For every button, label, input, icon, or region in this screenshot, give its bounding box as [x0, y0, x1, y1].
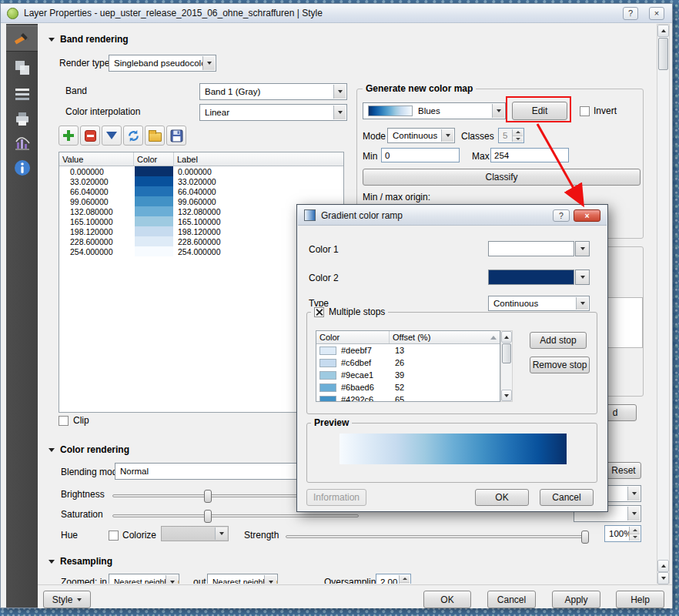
- information-button[interactable]: Information: [306, 489, 366, 506]
- color2-picker[interactable]: [488, 270, 590, 285]
- row-color-cell: [134, 206, 174, 216]
- scrollbar-secondary-up-button[interactable]: [657, 560, 669, 572]
- row-color-cell: [134, 196, 174, 206]
- band-value: Band 1 (Gray): [205, 87, 260, 96]
- stop-row[interactable]: #6baed6 52: [316, 381, 500, 393]
- add-stop-button[interactable]: Add stop: [530, 332, 587, 349]
- gradient-dialog-help-button[interactable]: ?: [553, 209, 570, 222]
- spinner-buttons[interactable]: [399, 575, 410, 584]
- classify-button[interactable]: Classify: [363, 169, 641, 186]
- blending-mode-value: Normal: [120, 467, 149, 476]
- window-help-button[interactable]: ?: [623, 7, 638, 20]
- sidebar-tab-colormap[interactable]: [6, 81, 38, 107]
- render-type-select[interactable]: Singleband pseudocolor: [109, 55, 216, 72]
- zoomed-in-select[interactable]: Nearest neighbour: [109, 574, 179, 584]
- color-interpolation-select[interactable]: Linear: [199, 104, 347, 121]
- classes-spinner[interactable]: 5: [498, 128, 524, 143]
- color-swatch: [135, 196, 173, 206]
- save-color-map-button[interactable]: [166, 126, 186, 146]
- min-input[interactable]: [381, 148, 460, 162]
- sidebar-tab-pyramids[interactable]: [6, 105, 38, 132]
- stops-table[interactable]: Color Offset (%) #deebf7 13 #c6dbef 26 #…: [316, 330, 500, 402]
- cancel-button[interactable]: Cancel: [487, 591, 536, 608]
- stops-scroll-up-button[interactable]: [501, 331, 512, 343]
- color-rendering-section-header[interactable]: Color rendering: [48, 444, 129, 455]
- chevron-down-icon: [202, 56, 215, 70]
- sidebar-tab-style[interactable]: [6, 25, 38, 52]
- add-entry-button[interactable]: [59, 126, 79, 146]
- sidebar-tab-histogram[interactable]: [6, 130, 38, 156]
- gradient-dialog-titlebar[interactable]: Gradient color ramp ? ×: [298, 206, 607, 226]
- strength-slider[interactable]: [286, 535, 587, 538]
- mode-select[interactable]: Continuous: [387, 128, 455, 143]
- stop-row[interactable]: #c6dbef 26: [316, 357, 500, 369]
- band-select[interactable]: Band 1 (Gray): [199, 83, 347, 100]
- help-button[interactable]: Help: [616, 591, 664, 608]
- stops-scroll-down-button[interactable]: [501, 390, 512, 401]
- invert-checkbox[interactable]: [580, 106, 590, 116]
- table-row[interactable]: 33.020000 33.020000: [59, 176, 343, 186]
- refresh-color-map-button[interactable]: [123, 126, 143, 146]
- dialog-ok-button[interactable]: OK: [475, 489, 529, 506]
- table-row[interactable]: 0.000000 0.000000: [59, 166, 343, 176]
- apply-button[interactable]: Apply: [552, 591, 600, 608]
- window-titlebar[interactable]: Layer Properties - uep_uster_release_201…: [1, 4, 672, 23]
- remove-stop-button[interactable]: Remove stop: [530, 357, 590, 373]
- stop-color-column-header[interactable]: Color: [316, 331, 390, 343]
- multiple-stops-checkbox[interactable]: [314, 307, 324, 317]
- strength-slider-handle[interactable]: [581, 531, 589, 544]
- paintbrush-icon: [13, 29, 32, 48]
- properties-tab-sidebar: [6, 24, 38, 608]
- dialog-cancel-button[interactable]: Cancel: [540, 489, 594, 506]
- oversampling-spinner[interactable]: 2.00: [376, 574, 411, 584]
- strength-spinner[interactable]: 100%: [604, 525, 641, 542]
- saturation-slider[interactable]: [112, 514, 359, 517]
- spinner-buttons[interactable]: [512, 129, 523, 142]
- scrollbar-down-button[interactable]: [657, 572, 669, 584]
- stop-row[interactable]: #deebf7 13: [316, 344, 500, 357]
- load-color-map-button[interactable]: [145, 126, 165, 146]
- color-ramp-select[interactable]: Blues: [363, 102, 506, 119]
- type-select[interactable]: Continuous: [488, 296, 590, 311]
- max-input[interactable]: [490, 148, 569, 162]
- vertical-scrollbar[interactable]: [657, 24, 670, 584]
- table-row[interactable]: 66.040000 66.040000: [59, 186, 343, 196]
- saturation-slider-handle[interactable]: [204, 510, 212, 523]
- gradient-dialog-close-button[interactable]: ×: [574, 209, 600, 222]
- label-column-header[interactable]: Label: [174, 152, 343, 166]
- reset-button[interactable]: Reset: [606, 462, 641, 479]
- sidebar-tab-transparency[interactable]: [6, 55, 38, 81]
- collapse-arrow-icon: [48, 560, 55, 564]
- colorize-color-button[interactable]: [161, 526, 229, 541]
- sidebar-tab-metadata[interactable]: [6, 155, 38, 181]
- scrollbar-thumb[interactable]: [658, 38, 668, 70]
- stop-offset-column-header[interactable]: Offset (%): [390, 331, 500, 343]
- chevron-down-icon: [627, 507, 640, 521]
- zoomed-out-select[interactable]: Nearest neighbour: [207, 574, 278, 584]
- stop-row[interactable]: #9ecae1 39: [316, 369, 500, 381]
- scrollbar-up-button[interactable]: [657, 25, 669, 37]
- color1-picker[interactable]: [488, 241, 590, 256]
- spinner-buttons[interactable]: [629, 527, 640, 541]
- stops-table-scrollbar[interactable]: [500, 330, 513, 402]
- style-menu-button[interactable]: Style: [43, 591, 91, 608]
- window-close-button[interactable]: ×: [649, 7, 664, 20]
- stop-color-cell: #9ecae1: [316, 370, 390, 380]
- sort-entries-button[interactable]: [102, 126, 122, 146]
- edit-button[interactable]: Edit: [512, 102, 567, 120]
- band-rendering-title: Band rendering: [60, 34, 129, 45]
- stops-scroll-thumb[interactable]: [502, 343, 511, 363]
- stop-color-swatch: [319, 346, 336, 355]
- resampling-section-header[interactable]: Resampling: [48, 556, 112, 567]
- gradient-preview: [340, 434, 567, 464]
- band-rendering-section-header[interactable]: Band rendering: [48, 34, 129, 45]
- remove-entry-button[interactable]: [80, 126, 100, 146]
- stop-row[interactable]: #4292c6 65: [316, 393, 500, 402]
- ok-button[interactable]: OK: [423, 591, 471, 608]
- value-column-header[interactable]: Value: [59, 152, 134, 166]
- colorize-checkbox[interactable]: [109, 531, 119, 541]
- color-column-header[interactable]: Color: [134, 152, 174, 166]
- clip-checkbox[interactable]: [59, 416, 69, 426]
- row-color-cell: [134, 236, 174, 246]
- brightness-slider-handle[interactable]: [204, 490, 212, 503]
